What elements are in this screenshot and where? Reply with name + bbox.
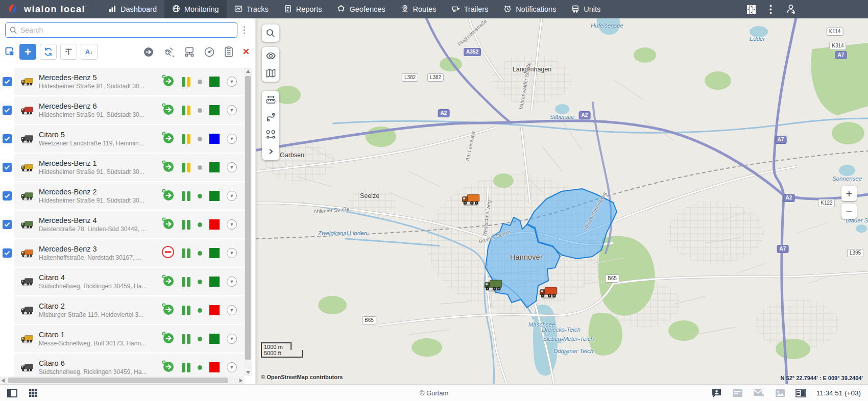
unit-address: Hildesheimer Straße 91, Südstadt 30... (39, 111, 156, 118)
nav-item-dashboard[interactable]: Dashboard (101, 0, 164, 18)
routing-icon[interactable] (262, 108, 279, 126)
unit-expand-chevron-icon[interactable]: ▼ (227, 134, 237, 144)
user-account-icon[interactable] (785, 4, 797, 15)
map-vehicle-marker-truck-green[interactable] (484, 279, 503, 294)
select-mode-icon[interactable] (4, 46, 15, 58)
mail-icon[interactable] (753, 389, 765, 397)
unit-checkbox[interactable] (0, 220, 14, 229)
bottom-panels-grid-icon[interactable] (29, 388, 38, 397)
visibility-eye-icon[interactable] (262, 47, 279, 64)
unit-expand-chevron-icon[interactable]: ▼ (227, 105, 237, 115)
unit-row[interactable]: Citaro 2 Misburger Straße 119, Heidevier… (0, 296, 244, 324)
scroll-right-arrow[interactable] (239, 379, 243, 383)
scroll-up-arrow[interactable] (244, 68, 252, 75)
unit-moving-icon (161, 188, 175, 204)
sort-az-button[interactable]: A↓ (81, 44, 98, 60)
zoom-in-button[interactable]: + (841, 186, 857, 201)
unit-checkbox[interactable] (0, 248, 14, 258)
search-box[interactable] (5, 22, 237, 38)
expand-tools-chevron-icon[interactable] (262, 143, 279, 160)
nav-item-reports[interactable]: Reports (276, 0, 330, 18)
road-shield: L382 (402, 73, 418, 82)
search-input[interactable] (20, 26, 233, 34)
split-view-icon[interactable] (795, 389, 806, 397)
nav-item-geofences[interactable]: Geofences (329, 0, 393, 18)
unit-row[interactable]: Mercedes-Benz 6 Hildesheimer Straße 91, … (0, 96, 244, 124)
unit-expand-chevron-icon[interactable]: ▼ (227, 219, 237, 230)
vertical-scroll-thumb[interactable] (245, 76, 251, 360)
sidebar-kebab-icon[interactable]: ⋮ (237, 28, 251, 33)
nav-item-label: Monitoring (184, 5, 219, 13)
map-vehicle-marker-truck-orange[interactable] (461, 193, 480, 209)
unit-name: Citaro 2 (39, 302, 156, 310)
unit-checkbox[interactable] (0, 106, 14, 115)
unit-checkbox[interactable] (0, 191, 14, 200)
points-route-icon[interactable] (262, 126, 279, 143)
toolbar-status-icons: ✕ (143, 46, 250, 58)
unit-row[interactable]: Citaro 6 Südschnellweg, Ricklingen 30459… (0, 354, 244, 377)
unit-checkbox[interactable] (0, 134, 14, 143)
unit-stopped-icon (161, 245, 175, 261)
unit-row[interactable]: Mercedes-Benz 3 Haltenhoffstraße, Nordst… (0, 239, 244, 267)
map-source-icon[interactable] (262, 64, 279, 82)
map-canvas[interactable]: LangenhagenGarbsenSeelzeHannoverHufeisen… (256, 18, 868, 384)
unit-row[interactable]: Mercedes-Benz 2 Hildesheimer Straße 91, … (0, 182, 244, 210)
unit-expand-chevron-icon[interactable]: ▼ (227, 334, 237, 344)
unit-checkbox[interactable] (0, 77, 14, 86)
current-time: 11:34:51 (+03) (816, 389, 861, 397)
scroll-left-arrow[interactable] (2, 379, 5, 383)
unit-expand-chevron-icon[interactable]: ▼ (227, 77, 237, 87)
apps-grid-icon[interactable] (746, 5, 756, 14)
wialon-logo[interactable]: wialon local’ (0, 0, 101, 18)
vehicle-icon (19, 220, 35, 230)
unit-expand-chevron-icon[interactable]: ▼ (227, 162, 237, 172)
nav-item-monitoring[interactable]: Monitoring (164, 0, 227, 18)
vehicle-icon (19, 191, 35, 201)
unit-row[interactable]: Citaro 4 Südschnellweg, Ricklingen 30459… (0, 268, 244, 295)
unit-expand-chevron-icon[interactable]: ▼ (227, 248, 237, 258)
road-shield: A2 (783, 194, 795, 202)
zoom-out-button[interactable]: − (841, 204, 857, 219)
unit-expand-chevron-icon[interactable]: ▼ (227, 305, 237, 315)
map-layers-control (262, 47, 279, 82)
unit-row[interactable]: Citaro 5 Weetzener Landstraße 119, Hemmi… (0, 125, 244, 153)
connection-state-icon[interactable] (184, 46, 195, 58)
road-shield: K314 (829, 42, 846, 50)
unit-row[interactable]: Citaro 1 Messe-Schnellweg, Bult 30173, H… (0, 325, 244, 353)
execute-reports-icon[interactable] (224, 46, 234, 58)
unit-expand-chevron-icon[interactable]: ▼ (227, 362, 237, 372)
unit-checkbox[interactable] (0, 163, 14, 172)
unit-groups-button[interactable] (60, 44, 77, 60)
nav-item-routes[interactable]: Routes (393, 0, 444, 18)
unit-expand-chevron-icon[interactable]: ▼ (227, 277, 237, 287)
unit-expand-chevron-icon[interactable]: ▼ (227, 191, 237, 201)
follow-on-map-icon[interactable] (143, 46, 154, 58)
media-icon[interactable] (775, 389, 785, 397)
unit-row[interactable]: Mercedes-Benz 1 Hildesheimer Straße 91, … (0, 154, 244, 181)
nav-item-units[interactable]: Units (564, 0, 608, 18)
road-shield: A7 (835, 51, 847, 59)
toggle-sidebar-icon[interactable] (7, 389, 17, 397)
horizontal-scrollbar[interactable] (0, 377, 244, 384)
map-vehicle-marker-truck-red[interactable] (539, 286, 558, 302)
eco-driving-icon[interactable] (204, 46, 215, 58)
kebab-menu-icon[interactable] (769, 5, 772, 14)
jobs-icon[interactable] (732, 389, 743, 397)
data-accuracy-icon[interactable] (163, 46, 175, 58)
add-unit-button[interactable]: + (19, 44, 36, 60)
road-shield: K122 (818, 199, 835, 207)
scroll-down-arrow[interactable] (244, 369, 252, 376)
nav-item-trailers[interactable]: Trailers (444, 0, 496, 18)
nav-item-tracks[interactable]: Tracks (227, 0, 276, 18)
unit-row[interactable]: Mercedes-Benz 5 Hildesheimer Straße 91, … (0, 68, 244, 95)
unit-row[interactable]: Mercedes-Benz 4 Deisterstraße 78, Linden… (0, 211, 244, 238)
map-search-icon[interactable] (262, 24, 279, 42)
vertical-scrollbar[interactable] (244, 68, 252, 376)
clear-list-icon[interactable]: ✕ (243, 46, 250, 57)
nav-item-notifications[interactable]: Notifications (496, 0, 564, 18)
chat-icon[interactable] (711, 388, 722, 398)
refresh-button[interactable] (40, 44, 57, 60)
measure-distance-icon[interactable] (262, 91, 279, 108)
unit-name: Citaro 6 (39, 359, 156, 367)
horizontal-scroll-thumb[interactable] (8, 378, 228, 383)
